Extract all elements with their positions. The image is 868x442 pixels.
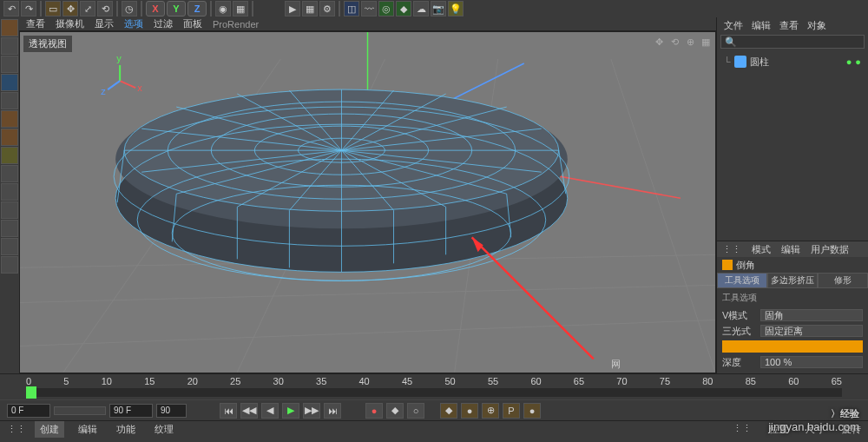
range-slider[interactable] <box>54 406 106 415</box>
rotate-tool-icon[interactable]: ⟲ <box>97 1 113 16</box>
view-menu-view[interactable]: 查看 <box>26 17 45 30</box>
timeline[interactable]: 05101520253035404550556065707580856065 <box>0 373 868 399</box>
search-icon[interactable]: 🔍 <box>725 36 737 48</box>
axis-y-button[interactable]: Y <box>167 1 186 16</box>
locked-icon[interactable] <box>1 256 18 274</box>
orbit-icon[interactable]: ⟲ <box>668 36 681 48</box>
generator-icon[interactable]: ◎ <box>378 1 394 16</box>
svg-line-2 <box>20 320 715 346</box>
render-region-icon[interactable]: ▦ <box>302 1 318 16</box>
tab-tool-options[interactable]: 工具选项 <box>717 273 767 288</box>
move-tool-icon[interactable]: ✥ <box>62 1 78 16</box>
zoom-icon[interactable]: ⊕ <box>684 36 696 48</box>
obj-menu-file[interactable]: 文件 <box>724 19 743 31</box>
view-menu-prorender[interactable]: ProRender <box>213 19 259 30</box>
key-pla-icon[interactable]: ● <box>523 403 541 419</box>
autokey-icon[interactable]: ◆ <box>386 403 404 419</box>
tab-shaping[interactable]: 修形 <box>818 273 868 288</box>
frame-end2-field[interactable]: 90 <box>156 404 187 418</box>
dots-icon[interactable]: ⋮⋮ <box>733 423 752 436</box>
obj-menu-edit[interactable]: 编辑 <box>752 19 771 31</box>
axis-x-button[interactable]: X <box>146 1 165 16</box>
svg-line-1 <box>20 285 715 302</box>
point-mode-icon[interactable] <box>1 110 18 128</box>
keyframe-icon[interactable]: ○ <box>407 403 424 419</box>
primitive-cube-icon[interactable]: ◫ <box>344 1 359 16</box>
svg-text:y: y <box>116 53 122 63</box>
dots-icon[interactable]: ⋮⋮ <box>7 424 26 435</box>
undo-icon[interactable]: ↶ <box>3 1 19 16</box>
view-menu-filter[interactable]: 过滤 <box>154 17 173 30</box>
maximize-icon[interactable]: ▦ <box>700 36 712 48</box>
prev-key-icon[interactable]: ◀◀ <box>240 403 258 419</box>
viewport-scene: x y z 网 <box>20 32 715 373</box>
deformer-icon[interactable]: ◆ <box>396 1 411 16</box>
bottom-tab-create[interactable]: 创建 <box>35 421 64 438</box>
bottom-tab-edit[interactable]: 编辑 <box>73 421 102 438</box>
render-settings-icon[interactable]: ⚙ <box>319 1 335 16</box>
polygon-mode-icon[interactable] <box>1 147 18 164</box>
live-select-icon[interactable] <box>1 19 18 36</box>
goto-start-icon[interactable]: ⏮ <box>220 403 237 419</box>
svg-line-53 <box>108 81 120 89</box>
tab-poly-extrude[interactable]: 多边形挤压 <box>767 273 818 288</box>
edge-mode-icon[interactable] <box>1 129 18 146</box>
attr-field-depth[interactable]: 100 % <box>760 356 863 368</box>
frame-start-field[interactable]: 0 F <box>7 404 50 418</box>
enable-axis-icon[interactable] <box>1 165 18 182</box>
play-icon[interactable]: ▶ <box>282 403 299 419</box>
obj-menu-object[interactable]: 对象 <box>807 19 826 31</box>
frame-end-field[interactable]: 90 F <box>109 404 153 418</box>
next-key-icon[interactable]: ▶▶ <box>303 403 320 419</box>
attr-section-label: 工具选项 <box>722 292 863 304</box>
light-icon[interactable]: 💡 <box>448 1 464 16</box>
attr-field-offset-mode[interactable]: 固定距离 <box>760 325 863 337</box>
texture-mode-icon[interactable] <box>1 74 18 91</box>
attr-menu-mode[interactable]: 模式 <box>752 243 771 256</box>
attr-field-mode[interactable]: 固角 <box>760 309 863 321</box>
history-icon[interactable]: ◷ <box>122 1 137 16</box>
bottom-tab-function[interactable]: 功能 <box>111 421 141 438</box>
key-scale-icon[interactable]: ● <box>461 403 478 419</box>
attr-menu-userdata[interactable]: 用户数据 <box>811 243 849 256</box>
redo-icon[interactable]: ↷ <box>21 1 36 16</box>
viewport-3d[interactable]: 透视视图 ✥ ⟲ ⊕ ▦ <box>19 31 716 373</box>
render-icon[interactable]: ▶ <box>285 1 300 16</box>
view-menu-display[interactable]: 显示 <box>95 17 114 30</box>
select-tool-icon[interactable]: ▭ <box>45 1 61 16</box>
spline-icon[interactable]: 〰 <box>361 1 377 16</box>
workplane-icon[interactable] <box>1 92 18 109</box>
bottom-bar: ⋮⋮ 创建 编辑 功能 纹理 ⋮⋮ 位置 尺寸 旋转 <box>0 420 868 438</box>
tweak-icon[interactable] <box>1 183 18 201</box>
dots-icon[interactable]: ⋮⋮ <box>722 244 741 255</box>
svg-text:网: 网 <box>611 359 621 369</box>
object-item-cylinder[interactable]: └ 圆柱 ●● <box>724 54 861 69</box>
model-mode-icon[interactable] <box>1 37 18 55</box>
snap-icon[interactable]: ▦ <box>233 1 248 16</box>
pan-icon[interactable]: ✥ <box>653 36 665 48</box>
coord-icon[interactable]: ◉ <box>215 1 231 16</box>
camera-icon[interactable]: 📷 <box>431 1 446 16</box>
viewport-nav-icons: ✥ ⟲ ⊕ ▦ <box>653 36 712 48</box>
key-rot-icon[interactable]: ⊕ <box>482 403 499 419</box>
record-icon[interactable]: ● <box>365 403 383 419</box>
scale-tool-icon[interactable]: ⤢ <box>80 1 95 16</box>
environment-icon[interactable]: ☁ <box>413 1 429 16</box>
right-panel: 文件 编辑 查看 对象 🔍 └ 圆柱 ●● ⋮⋮ 模式 编辑 <box>716 17 868 373</box>
bottom-tab-texture[interactable]: 纹理 <box>149 421 179 438</box>
key-pos-icon[interactable]: ◆ <box>440 403 457 419</box>
view-menu-options[interactable]: 选项 <box>124 17 143 30</box>
play-back-icon[interactable]: ◀ <box>261 403 279 419</box>
viewport-solo-icon[interactable] <box>1 201 18 219</box>
playhead[interactable] <box>26 386 36 399</box>
attr-menu-edit[interactable]: 编辑 <box>781 243 800 256</box>
workplane-snap-icon[interactable] <box>1 238 18 255</box>
view-menu-panel[interactable]: 面板 <box>183 17 202 30</box>
object-mode-icon[interactable] <box>1 56 18 73</box>
obj-menu-view[interactable]: 查看 <box>779 19 799 31</box>
view-menu-camera[interactable]: 摄像机 <box>56 17 84 30</box>
snap-toggle-icon[interactable] <box>1 220 18 237</box>
goto-end-icon[interactable]: ⏭ <box>324 403 341 419</box>
axis-z-button[interactable]: Z <box>187 1 207 16</box>
key-param-icon[interactable]: P <box>503 403 520 419</box>
